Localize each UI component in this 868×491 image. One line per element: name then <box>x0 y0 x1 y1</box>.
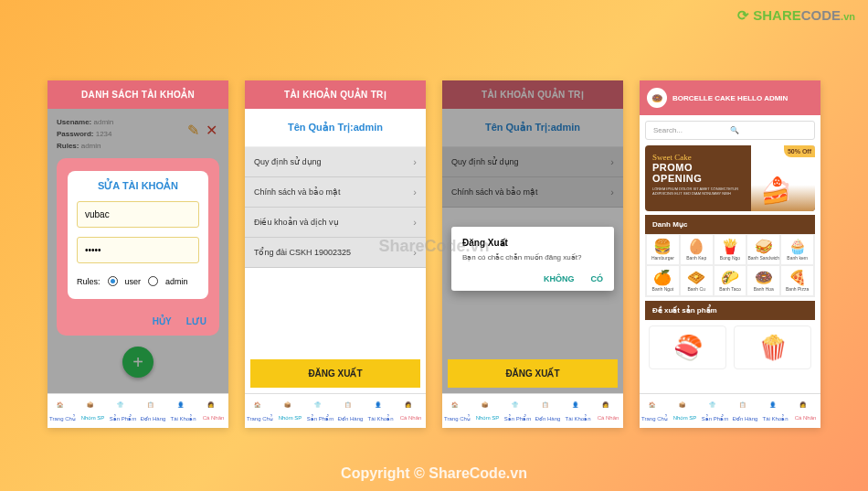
search-input[interactable]: Search... 🔍 <box>645 121 815 140</box>
username-input[interactable] <box>77 201 199 228</box>
modal-title: SỬA TÀI KHOẢN <box>77 180 199 192</box>
chevron-right-icon: › <box>413 247 417 258</box>
nav-icon: 👩 <box>405 401 418 414</box>
nav-đơn-hàng[interactable]: 📋Đơn Hàng <box>138 394 168 428</box>
edit-account-modal: SỬA TÀI KHOẢN Rules: user admin HỦY LƯU <box>57 158 219 336</box>
category-icon: 🧁 <box>789 239 807 255</box>
nav-icon: 👤 <box>375 401 387 414</box>
nav-đơn-hàng[interactable]: 📋Đơn Hàng <box>730 394 760 428</box>
category-banh-hoa[interactable]: 🍩Banh Hoa <box>746 265 780 296</box>
nav-đơn-hàng[interactable]: 📋Đơn Hàng <box>335 394 365 428</box>
nav-sản-phẩm[interactable]: 👕Sản Phẩm <box>503 394 533 428</box>
category-banh-kep[interactable]: 🥚Banh Kep <box>680 234 714 265</box>
nav-trang-chủ[interactable]: 🏠Trang Chủ <box>442 394 472 428</box>
category-banh-taco[interactable]: 🌮Banh Taco <box>714 265 747 296</box>
chevron-right-icon: › <box>413 217 417 228</box>
product-card[interactable]: 🍣 <box>649 326 726 369</box>
dialog-title: Đăng Xuất <box>462 238 603 248</box>
header-title: DANH SÁCH TÀI KHOẢN <box>48 80 228 109</box>
site-logo: ⟳ SHARECODE.vn <box>737 7 855 24</box>
nav-cá-nhân[interactable]: 👩Cá Nhân <box>396 394 426 428</box>
nav-nhóm-sp[interactable]: 📦Nhóm SP <box>472 394 503 428</box>
list-item[interactable]: Tổng đài CSKH 19002325› <box>245 238 426 268</box>
nav-nhóm-sp[interactable]: 📦Nhóm SP <box>275 394 305 428</box>
nav-cá-nhân[interactable]: 👩Cá Nhân <box>790 394 820 428</box>
category-bong-ngo[interactable]: 🍟Bong Ngo <box>714 234 747 265</box>
nav-trang-chủ[interactable]: 🏠Trang Chủ <box>245 394 275 428</box>
nav-trang-chủ[interactable]: 🏠Trang Chủ <box>48 394 78 428</box>
nav-icon: 👤 <box>572 401 585 414</box>
nav-icon: 📋 <box>739 401 752 414</box>
product-card[interactable]: 🍿 <box>734 326 811 369</box>
nav-sản-phẩm[interactable]: 👕Sản Phẩm <box>108 394 138 428</box>
recommend-title: Đề xuất sản phẩm <box>645 301 815 320</box>
cancel-button[interactable]: HỦY <box>153 316 172 326</box>
category-icon: 🍊 <box>653 270 672 286</box>
radio-admin[interactable] <box>148 276 158 286</box>
category-icon: 🍕 <box>789 270 807 286</box>
list-item[interactable]: Chính sách và bảo mật› <box>245 177 426 208</box>
nav-tài-khoản[interactable]: 👤Tài Khoản <box>563 394 593 428</box>
nav-icon: 👕 <box>709 401 722 414</box>
bottom-nav: 🏠Trang Chủ📦Nhóm SP👕Sản Phẩm📋Đơn Hàng👤Tài… <box>442 393 623 428</box>
category-banh-sandwich[interactable]: 🥪Banh Sandwich <box>746 234 780 265</box>
category-icon: 🌮 <box>721 270 739 286</box>
category-banh-cu[interactable]: 🧇Banh Cu <box>680 265 714 296</box>
screen-storefront: 🍩 BORCELLE CAKE HELLO ADMIN Search... 🔍 … <box>640 80 820 428</box>
nav-icon: 📋 <box>147 401 160 414</box>
screen-admin-account: TÀI KHOẢN QUẢN TRỊ Tên Quản Trị:admin Qu… <box>245 80 426 428</box>
nav-nhóm-sp[interactable]: 📦Nhóm SP <box>78 394 108 428</box>
nav-icon: 👩 <box>799 401 812 414</box>
category-icon: 🥪 <box>755 239 773 255</box>
nav-icon: 📦 <box>679 401 692 414</box>
nav-sản-phẩm[interactable]: 👕Sản Phẩm <box>700 394 730 428</box>
password-input[interactable] <box>77 237 199 263</box>
nav-icon: 📦 <box>482 401 494 414</box>
category-icon: 🍔 <box>653 239 672 255</box>
promo-banner[interactable]: Sweet Cake PROMO OPENING LOREM IPSUM DOL… <box>645 145 815 211</box>
category-hamburger[interactable]: 🍔Hamburger <box>646 234 680 265</box>
category-banh-kem[interactable]: 🧁Banh kem <box>780 234 814 265</box>
discount-badge: 50% Off <box>784 145 815 157</box>
list-item[interactable]: Điều khoản và dịch vụ› <box>245 208 426 238</box>
nav-icon: 🏠 <box>254 401 267 414</box>
nav-icon: 🏠 <box>649 401 662 414</box>
logout-button[interactable]: ĐĂNG XUẤT <box>250 359 420 388</box>
nav-tài-khoản[interactable]: 👤Tài Khoản <box>365 394 396 428</box>
chevron-right-icon: › <box>413 187 417 197</box>
dialog-yes-button[interactable]: CÓ <box>591 274 604 283</box>
nav-icon: 🏠 <box>57 401 69 414</box>
nav-icon: 📋 <box>344 401 357 414</box>
nav-sản-phẩm[interactable]: 👕Sản Phẩm <box>305 394 335 428</box>
category-title: Danh Mục <box>645 215 815 234</box>
nav-nhóm-sp[interactable]: 📦Nhóm SP <box>670 394 700 428</box>
chevron-right-icon: › <box>413 156 417 167</box>
rules-row: Rules: user admin <box>77 276 199 286</box>
nav-icon: 📦 <box>284 401 297 414</box>
nav-icon: 👕 <box>117 401 130 414</box>
nav-tài-khoản[interactable]: 👤Tài Khoản <box>760 394 790 428</box>
category-banh-pizza[interactable]: 🍕Banh Pizza <box>780 265 814 296</box>
save-button[interactable]: LƯU <box>186 316 206 326</box>
radio-user[interactable] <box>108 276 118 286</box>
logout-dialog: Đăng Xuất Bạn có chắc chắn muốn đăng xuấ… <box>451 227 614 291</box>
nav-icon: 👩 <box>207 401 220 414</box>
nav-icon: 📦 <box>87 401 100 414</box>
nav-cá-nhân[interactable]: 👩Cá Nhân <box>198 394 228 428</box>
nav-cá-nhân[interactable]: 👩Cá Nhân <box>593 394 623 428</box>
category-banh-ngot[interactable]: 🍊Banh Ngot <box>646 265 680 296</box>
nav-trang-chủ[interactable]: 🏠Trang Chủ <box>640 394 670 428</box>
nav-tài-khoản[interactable]: 👤Tài Khoản <box>168 394 198 428</box>
nav-đơn-hàng[interactable]: 📋Đơn Hàng <box>533 394 563 428</box>
logout-button[interactable]: ĐĂNG XUẤT <box>448 359 618 388</box>
dialog-no-button[interactable]: KHÔNG <box>544 274 575 283</box>
nav-icon: 🏠 <box>451 401 464 414</box>
watermark-bottom: Copyright © ShareCode.vn <box>341 465 527 482</box>
search-icon: 🔍 <box>730 126 807 134</box>
brand-logo-icon: 🍩 <box>647 88 667 108</box>
category-icon: 🍟 <box>721 239 739 255</box>
category-icon: 🥚 <box>687 239 705 255</box>
store-header: 🍩 BORCELLE CAKE HELLO ADMIN <box>640 80 820 115</box>
category-grid: 🍔Hamburger🥚Banh Kep🍟Bong Ngo🥪Banh Sandwi… <box>645 234 815 297</box>
list-item[interactable]: Quy định sử dụng› <box>245 147 426 177</box>
